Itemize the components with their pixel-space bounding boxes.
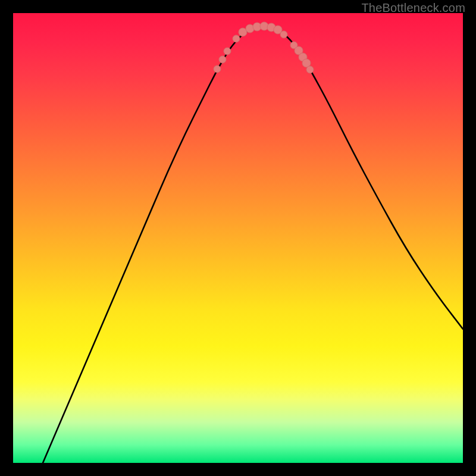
curve-marker [224, 48, 231, 55]
curve-marker [233, 35, 240, 42]
plot-area [13, 13, 463, 463]
curve-markers [214, 22, 314, 73]
curve-marker [280, 31, 287, 38]
curve-marker [214, 65, 221, 73]
curve-marker [306, 66, 314, 73]
curve-layer [13, 13, 463, 463]
chart-stage: TheBottleneck.com [0, 0, 476, 476]
curve-marker [219, 56, 226, 63]
bottleneck-curve [43, 27, 463, 464]
